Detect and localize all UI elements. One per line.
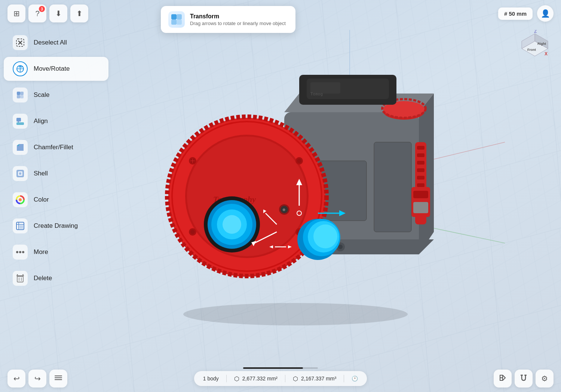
- progress-bar-fill: [243, 367, 303, 369]
- bottom-toolbar: ↩ ↪ 1 body ⬡ 2,677.332 mm²: [0, 365, 561, 392]
- svg-rect-10: [374, 142, 411, 232]
- toolbar-right: # 50 mm 👤: [498, 5, 554, 22]
- svg-rect-23: [413, 191, 428, 198]
- svg-point-63: [313, 224, 337, 248]
- progress-bar-container: [243, 367, 318, 369]
- history[interactable]: 🕐: [352, 376, 358, 382]
- bottom-left: ↩ ↪: [7, 370, 67, 388]
- camera-model: Tomog Tomography: [97, 30, 464, 329]
- shell-label: Shell: [34, 170, 48, 177]
- tooltip-description: Drag arrows to rotate or linearly move o…: [190, 21, 286, 26]
- svg-rect-106: [17, 274, 18, 275]
- body-count-label: 1 body: [203, 376, 219, 382]
- surface-area: ⬡ 2,677.332 mm²: [234, 375, 278, 382]
- body-count: 1 body: [203, 376, 219, 382]
- layers-button[interactable]: [49, 370, 67, 388]
- svg-rect-78: [171, 19, 177, 25]
- move-rotate-label: Move/Rotate: [34, 65, 70, 73]
- svg-point-105: [22, 251, 24, 253]
- color-label: Color: [34, 196, 49, 203]
- svg-rect-85: [20, 92, 24, 95]
- surface-icon: ⬡: [234, 375, 239, 382]
- tooltip-content: Transform Drag arrows to rotate or linea…: [190, 13, 286, 26]
- svg-rect-96: [19, 172, 21, 175]
- bottom-status-bar: 1 body ⬡ 2,677.332 mm² ⬡ 2,167.337 mm³ 🕐: [194, 371, 367, 386]
- delete-icon: [13, 271, 28, 286]
- undo-icon: ↩: [13, 374, 20, 383]
- svg-rect-16: [417, 176, 424, 180]
- sidebar-item-create-drawing[interactable]: Create Drawing: [4, 214, 108, 238]
- more-icon: [13, 245, 28, 260]
- z-axis-label: Z: [534, 30, 537, 34]
- chamfer-fillet-icon: [13, 140, 28, 155]
- svg-rect-84: [17, 92, 20, 95]
- svg-rect-14: [417, 161, 424, 165]
- svg-rect-86: [17, 95, 20, 98]
- svg-rect-17: [417, 183, 424, 187]
- mm-display[interactable]: # 50 mm: [498, 7, 533, 20]
- sidebar: Deselect All Move/Rotate Scale: [0, 0, 112, 392]
- scale-label: Scale: [34, 91, 50, 99]
- redo-button[interactable]: ↪: [28, 370, 46, 388]
- svg-rect-102: [19, 225, 23, 229]
- sidebar-item-color[interactable]: Color: [4, 188, 108, 212]
- svg-text:Front: Front: [527, 48, 536, 52]
- svg-text:Right: Right: [537, 42, 546, 46]
- svg-point-98: [19, 198, 22, 201]
- sidebar-item-deselect-all[interactable]: Deselect All: [4, 31, 108, 55]
- sidebar-item-align[interactable]: Align: [4, 109, 108, 133]
- sidebar-item-delete[interactable]: Delete: [4, 266, 108, 290]
- transform-tooltip: Transform Drag arrows to rotate or linea…: [161, 6, 295, 33]
- layers-icon: [54, 374, 62, 384]
- bottom-right: ⚙: [494, 370, 554, 388]
- settings-button[interactable]: ⚙: [536, 370, 554, 388]
- sidebar-item-shell[interactable]: Shell: [4, 162, 108, 186]
- svg-rect-89: [16, 122, 24, 125]
- render-icon: [499, 374, 507, 384]
- svg-rect-87: [20, 95, 24, 98]
- svg-rect-107: [22, 274, 24, 275]
- magnet-button[interactable]: [515, 370, 533, 388]
- sidebar-item-chamfer-fillet[interactable]: Chamfer/Fillet: [4, 135, 108, 159]
- svg-point-104: [19, 251, 21, 253]
- deselect-all-icon: [13, 35, 28, 50]
- avatar-icon: 👤: [541, 9, 550, 18]
- tooltip-title: Transform: [190, 13, 286, 20]
- svg-rect-15: [417, 168, 424, 172]
- render-button[interactable]: [494, 370, 512, 388]
- undo-button[interactable]: ↩: [7, 370, 25, 388]
- svg-rect-109: [17, 276, 23, 282]
- svg-rect-13: [417, 153, 424, 157]
- chamfer-fillet-label: Chamfer/Fillet: [34, 144, 73, 151]
- magnet-icon: [519, 374, 528, 384]
- redo-icon: ↪: [34, 374, 41, 383]
- svg-point-103: [16, 251, 18, 253]
- volume-value: 2,167.337 mm³: [301, 376, 336, 382]
- move-rotate-icon: [13, 61, 28, 76]
- nav-cube[interactable]: Z Front Right X: [516, 30, 550, 64]
- delete-label: Delete: [34, 275, 52, 282]
- color-icon: [13, 192, 28, 207]
- shell-icon: [13, 166, 28, 181]
- create-drawing-icon: [13, 218, 28, 233]
- svg-point-5: [183, 303, 408, 325]
- volume-icon: ⬡: [293, 375, 298, 382]
- clock-icon: 🕐: [352, 376, 358, 382]
- sidebar-item-more[interactable]: More: [4, 240, 108, 264]
- align-icon: [13, 114, 28, 129]
- svg-text:Tomog: Tomog: [310, 92, 323, 97]
- align-label: Align: [34, 117, 48, 125]
- avatar-button[interactable]: 👤: [537, 5, 554, 22]
- more-label: More: [34, 248, 48, 256]
- svg-rect-12: [417, 146, 424, 150]
- surface-area-value: 2,677.332 mm²: [242, 376, 278, 382]
- svg-text:X: X: [545, 51, 548, 56]
- svg-rect-77: [177, 14, 182, 19]
- svg-text:⊕: ⊕: [282, 208, 285, 212]
- svg-rect-24: [413, 202, 428, 213]
- sidebar-item-scale[interactable]: Scale: [4, 83, 108, 107]
- svg-rect-79: [177, 19, 182, 25]
- sidebar-item-move-rotate[interactable]: Move/Rotate: [4, 57, 108, 81]
- tooltip-icon: [168, 11, 185, 28]
- svg-point-49: [297, 159, 301, 163]
